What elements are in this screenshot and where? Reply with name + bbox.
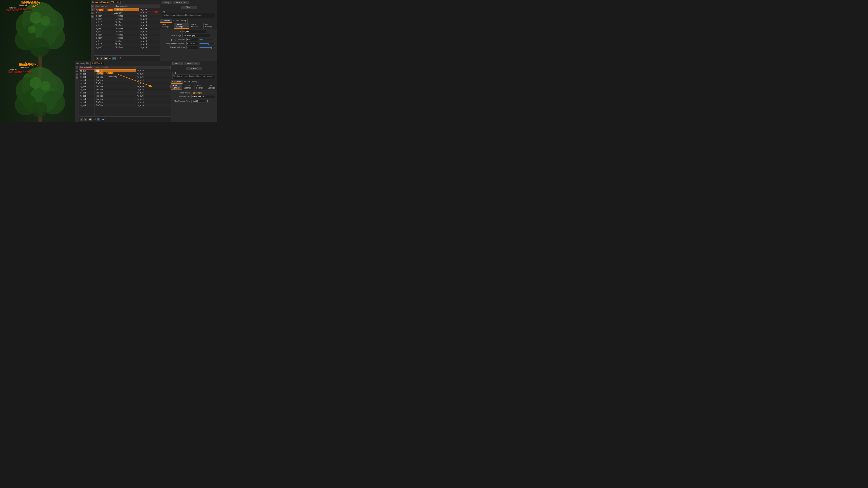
tool-icon-b3[interactable]: ⊙ [75,73,78,75]
tool-icon-b4[interactable]: ◈ [75,76,78,79]
btn-row-bottom: Setup Save to Disk [171,61,217,66]
tool-icon-4[interactable]: ◈ [91,15,94,18]
origin-input-top[interactable] [186,42,198,45]
geo-icon-top[interactable]: 🌐 [113,57,116,60]
table-row-bottom: TestTreem_trunk [94,104,170,107]
table-row-top: TestTreem_trunk [114,43,160,46]
right-panel-top: Setup Save to Disk Clean Log The last ge… [160,0,217,61]
tool-icon-3[interactable]: ⊙ [91,12,94,14]
tool-icon-b1[interactable]: ⊕ [75,66,78,69]
tab-mesh-settings-bottom[interactable]: Mesh Settings [171,84,182,90]
opacity-input-top[interactable] [186,38,198,41]
right-panel-bottom: Setup Save to Disk Clean Log The last ge… [170,61,217,122]
log-content-top: The last generated content has been clea… [161,13,215,18]
tab-mesh-settings-top[interactable]: Mesh Settings [160,23,174,29]
tabs-row1-bottom: Controller Output Debug [171,80,217,84]
svg-point-11 [28,26,35,34]
table-bottom: shop_materialp TestTreem_trunkTestTreem_… [94,66,170,116]
geometry-file-value-top: $HIP/Test.fbx [106,1,121,4]
top-panel: Geometry File $HIP/Test.fbx ⊕ ◎ ⊙ ◈ shop… [91,0,217,61]
tab-lod-settings-top[interactable]: LOD Settings [204,23,217,29]
table-row-bottom: TestTreem_trunk [94,101,170,104]
table-row-bottom: TestTreem_trunk [94,82,170,85]
left-col-row-top: m_leaf [94,24,114,27]
btn-row-top: Setup Save to Disk [160,0,217,5]
opacity-label-top: OpacityThreshold [161,38,185,41]
tab-lod-settings-bottom[interactable]: LOD Settings [206,84,217,90]
log-content-bottom: The last generated content has been clea… [173,74,215,79]
nanite-input-top[interactable] [186,46,198,49]
table-row-top: TestTreem_trunk [114,37,160,40]
scroll-right-top[interactable]: ► [100,57,103,60]
table-row-bottom: TestTreem_trunk [94,98,170,101]
table-row-top: TestTreem_trunk [114,40,160,43]
nanite-slider-top[interactable] [199,47,215,48]
svg-point-22 [40,81,50,91]
left-col-row-top: m_leaf [94,11,114,14]
left-col-row-bottom: m_leaf [79,88,94,92]
trace-image-input-top[interactable] [183,34,210,37]
setup-button-bottom[interactable]: Setup [173,62,183,65]
bottom-bar-bottom: ◄ ► 📁 obj 🌐 geo1 [79,116,170,122]
table-row-top: TestTreem_trunk [114,27,160,30]
obj-icon-top[interactable]: 📁 [104,57,107,60]
settings-tabs-bottom: Mesh Settings Leaves Settings Trace Sett… [171,84,217,90]
mesh-name-label-bottom: Mesh Name [173,92,190,94]
tool-icon-2[interactable]: ◎ [91,8,94,11]
scroll-left-top[interactable]: ◄ [96,57,99,60]
setup-button-top[interactable]: Setup [161,1,172,4]
material-input-top[interactable] [183,30,206,33]
tool-icon-b2[interactable]: ◎ [75,70,78,72]
left-col-row-bottom: m_leaf [79,98,94,101]
tab-output-debug-top[interactable]: Output Debug [172,19,187,23]
left-col-row-bottom: m_leaf [79,85,94,88]
max-poly-input-bottom[interactable] [191,100,205,103]
nanite-label-top: NaniteLeaf Scale [161,46,185,48]
opacity-slider-top[interactable] [199,39,215,40]
left-column-bottom: m_leafm_leafm_leafm_leafm_leafm_leafm_le… [79,69,94,116]
left-col-row-bottom: m_leaf [79,72,94,76]
save-to-disk-button-top[interactable]: Save to Disk [173,1,189,4]
tab-output-debug-bottom[interactable]: Output Debug [183,80,198,84]
geometry-input-bottom[interactable] [191,95,215,98]
mesh-name-value-bottom: TestTree [191,91,202,94]
settings-area-top: al Trace Image OpacityThreshold OriginRe… [160,29,217,51]
obj-icon-bottom[interactable]: 📁 [89,118,92,121]
table-row-top: TestTreem_trunk [114,30,160,34]
tab-trace-settings-bottom[interactable]: Trace Settings [195,84,206,90]
geo-label-top: geo1 [117,57,121,59]
svg-point-9 [30,12,41,24]
table-row-bottom: TestTreem_trunk [94,72,170,76]
scroll-left-bottom[interactable]: ◄ [80,118,83,121]
left-col-row-top: m_leaf [94,37,114,40]
left-col-row-bottom: m_leaf [79,79,94,82]
tab-controller-bottom[interactable]: Controller [171,80,183,84]
settings-tabs-top: Mesh Settings Leaves Settings Trace Sett… [160,23,217,29]
table-row-top: TestTreem_trunk [114,8,160,11]
clean-button-bottom[interactable]: Clean [186,67,202,70]
tab-controller-top[interactable]: Controller [160,19,172,23]
clean-button-top[interactable]: Clean [181,6,196,9]
table-row-bottom: TestTreem_trunk [94,92,170,95]
scroll-right-bottom[interactable]: ► [84,118,87,121]
left-col-row-top: m_leaf [94,43,114,46]
tool-icon-1[interactable]: ⊕ [91,5,94,8]
bottom-panel: Geometry File $HIP/Test.fbx ⊕ ◎ ⊙ ◈ shop… [75,61,217,122]
left-col-row-top: m_leaf [94,30,114,34]
left-col-row-top: m_leaf [94,14,114,18]
left-col-row-bottom: m_leaf [79,92,94,95]
tool-icons-bottom: ⊕ ◎ ⊙ ◈ [75,66,79,79]
tab-leaves-settings-bottom[interactable]: Leaves Settings [182,84,195,90]
log-section-bottom: Log The last generated content has been … [171,71,217,80]
origin-slider-top[interactable] [199,43,215,44]
left-col-row-bottom: m_leaf [79,104,94,107]
geo-icon-bottom[interactable]: 🌐 [97,118,100,121]
max-poly-stepper[interactable]: | [207,99,208,103]
origin-label-top: OriginReduce Percent... [161,42,185,44]
obj-label-top: obj [109,57,111,59]
tab-trace-settings-top[interactable]: Trace Settings [189,23,204,29]
table-row-top: TestTreem_trunk [114,14,160,18]
settings-area-bottom: Mesh Name TestTree Geometry File Max Pol… [171,90,217,105]
tab-leaves-settings-top[interactable]: Leaves Settings [174,23,189,29]
save-to-disk-button-bottom[interactable]: Save to Disk [184,62,200,65]
